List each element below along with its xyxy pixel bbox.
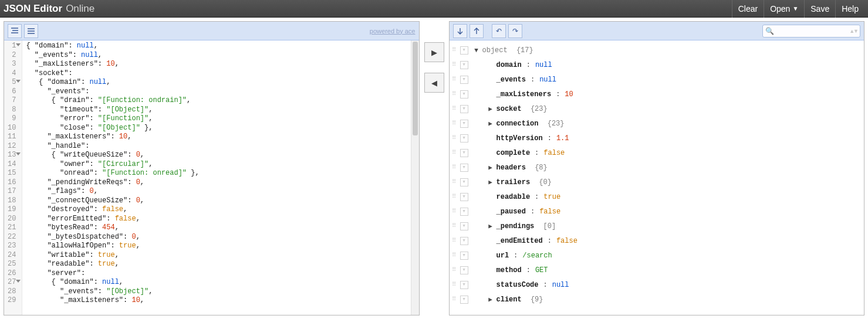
code-line[interactable]: "socket": xyxy=(26,69,418,79)
collapse-all-button[interactable] xyxy=(470,24,484,38)
code-line[interactable]: "_maxListeners": 10, xyxy=(26,296,418,306)
drag-handle-icon[interactable]: ⠿ xyxy=(452,252,458,260)
node-value[interactable]: /search xyxy=(522,252,552,260)
tree-row[interactable]: ⠿▾_paused:false xyxy=(451,204,863,219)
tree-row[interactable]: ⠿▾_events:null xyxy=(451,72,863,87)
node-value[interactable]: false xyxy=(543,149,565,157)
node-menu-button[interactable]: ▾ xyxy=(460,105,468,113)
node-menu-button[interactable]: ▾ xyxy=(460,237,468,245)
compact-button[interactable] xyxy=(24,24,38,38)
redo-button[interactable]: ↷ xyxy=(508,24,522,38)
drag-handle-icon[interactable]: ⠿ xyxy=(452,222,458,230)
drag-handle-icon[interactable]: ⠿ xyxy=(452,178,458,186)
drag-handle-icon[interactable]: ⠿ xyxy=(452,46,458,55)
code-line[interactable]: "writable": true, xyxy=(26,251,418,260)
node-name[interactable]: _events xyxy=(497,76,526,84)
code-line[interactable]: "owner": "[Circular]", xyxy=(26,160,418,169)
code-line[interactable]: { "domain": null, xyxy=(26,42,418,51)
node-value[interactable]: null xyxy=(552,281,569,289)
fold-toggle-icon[interactable] xyxy=(16,280,21,283)
menu-save[interactable]: Save xyxy=(804,0,835,18)
code-line[interactable]: "_maxListeners": 10, xyxy=(26,133,418,142)
caret-right-icon[interactable]: ▶ xyxy=(487,164,494,172)
tree-row[interactable]: ⠿▾▼object {17} xyxy=(451,43,863,57)
code-line[interactable]: { "domain": null, xyxy=(26,278,418,287)
node-menu-button[interactable]: ▾ xyxy=(460,164,468,172)
menu-clear[interactable]: Clear xyxy=(732,0,764,18)
caret-right-icon[interactable]: ▶ xyxy=(487,296,494,304)
tree-row[interactable]: ⠿▾statusCode:null xyxy=(451,277,863,292)
node-name[interactable]: client xyxy=(497,296,522,304)
copy-right-button[interactable]: ▶ xyxy=(424,42,444,62)
fold-toggle-icon[interactable] xyxy=(16,152,21,155)
code-line[interactable]: "_flags": 0, xyxy=(26,187,418,196)
fold-toggle-icon[interactable] xyxy=(16,43,21,46)
node-value[interactable]: false xyxy=(556,237,577,245)
node-name[interactable]: httpVersion xyxy=(497,134,543,142)
node-name[interactable]: _maxListeners xyxy=(497,90,552,99)
node-menu-button[interactable]: ▾ xyxy=(460,90,468,99)
node-name[interactable]: _paused xyxy=(497,208,526,216)
node-menu-button[interactable]: ▾ xyxy=(460,61,468,69)
drag-handle-icon[interactable]: ⠿ xyxy=(452,208,458,216)
tree-row[interactable]: ⠿▾▶trailers {0} xyxy=(451,175,863,189)
drag-handle-icon[interactable]: ⠿ xyxy=(452,90,458,99)
code-line[interactable]: "onread": "[Function: onread]" }, xyxy=(26,169,418,178)
node-name[interactable]: method xyxy=(497,266,522,274)
code-line[interactable]: "server": xyxy=(26,269,418,279)
node-menu-button[interactable]: ▾ xyxy=(460,134,468,142)
tree-row[interactable]: ⠿▾▶_pendings [0] xyxy=(451,219,863,233)
code-editor[interactable]: 1234567891011121314151617181920212223242… xyxy=(4,40,419,315)
powered-by-ace-link[interactable]: powered by ace xyxy=(370,28,416,35)
undo-button[interactable]: ↶ xyxy=(492,24,506,38)
node-value[interactable]: 10 xyxy=(565,90,573,99)
format-button[interactable] xyxy=(8,24,22,38)
node-menu-button[interactable]: ▾ xyxy=(460,178,468,186)
code-line[interactable]: "_events": null, xyxy=(26,51,418,60)
drag-handle-icon[interactable]: ⠿ xyxy=(452,76,458,84)
node-menu-button[interactable]: ▾ xyxy=(460,120,468,128)
code-line[interactable]: "_bytesDispatched": 0, xyxy=(26,233,418,242)
drag-handle-icon[interactable]: ⠿ xyxy=(452,296,458,304)
code-line[interactable]: "close": "[Object]" }, xyxy=(26,124,418,133)
node-menu-button[interactable]: ▾ xyxy=(460,149,468,157)
node-menu-button[interactable]: ▾ xyxy=(460,281,468,289)
search-input[interactable] xyxy=(776,26,847,36)
node-menu-button[interactable]: ▾ xyxy=(460,296,468,304)
drag-handle-icon[interactable]: ⠿ xyxy=(452,237,458,245)
code-line[interactable]: { "writeQueueSize": 0, xyxy=(26,151,418,160)
tree-row[interactable]: ⠿▾complete:false xyxy=(451,145,863,160)
node-menu-button[interactable]: ▾ xyxy=(460,76,468,84)
node-value[interactable]: null xyxy=(539,76,556,84)
node-name[interactable]: _pendings xyxy=(497,222,535,230)
code-line[interactable]: "_maxListeners": 10, xyxy=(26,60,418,69)
node-value[interactable]: 1.1 xyxy=(556,134,569,142)
node-name[interactable]: url xyxy=(497,252,509,260)
drag-handle-icon[interactable]: ⠿ xyxy=(452,193,458,201)
tree-row[interactable]: ⠿▾▶client {9} xyxy=(451,292,863,307)
copy-left-button[interactable]: ◀ xyxy=(424,73,444,93)
drag-handle-icon[interactable]: ⠿ xyxy=(452,281,458,289)
node-name[interactable]: object xyxy=(482,46,508,55)
code-line[interactable]: "error": "[Function]", xyxy=(26,114,418,124)
node-menu-button[interactable]: ▾ xyxy=(460,46,468,55)
tree-row[interactable]: ⠿▾▶headers {8} xyxy=(451,160,863,175)
node-name[interactable]: connection xyxy=(497,120,539,128)
menu-open[interactable]: Open▼ xyxy=(764,0,804,18)
drag-handle-icon[interactable]: ⠿ xyxy=(452,105,458,113)
code-line[interactable]: "timeout": "[Object]", xyxy=(26,106,418,115)
fold-toggle-icon[interactable] xyxy=(16,80,21,83)
code-line[interactable]: "_pendingWriteReqs": 0, xyxy=(26,178,418,188)
node-name[interactable]: readable xyxy=(497,193,531,201)
tree-row[interactable]: ⠿▾▶connection {23} xyxy=(451,116,863,131)
drag-handle-icon[interactable]: ⠿ xyxy=(452,120,458,128)
menu-help[interactable]: Help xyxy=(835,0,864,18)
node-value[interactable]: GET xyxy=(535,266,548,274)
drag-handle-icon[interactable]: ⠿ xyxy=(452,61,458,69)
node-name[interactable]: trailers xyxy=(497,178,531,186)
node-name[interactable]: socket xyxy=(497,105,522,113)
node-menu-button[interactable]: ▾ xyxy=(460,208,468,216)
tree-search[interactable]: 🔍 ▲▼ xyxy=(762,25,860,38)
caret-right-icon[interactable]: ▶ xyxy=(487,105,494,113)
drag-handle-icon[interactable]: ⠿ xyxy=(452,149,458,157)
